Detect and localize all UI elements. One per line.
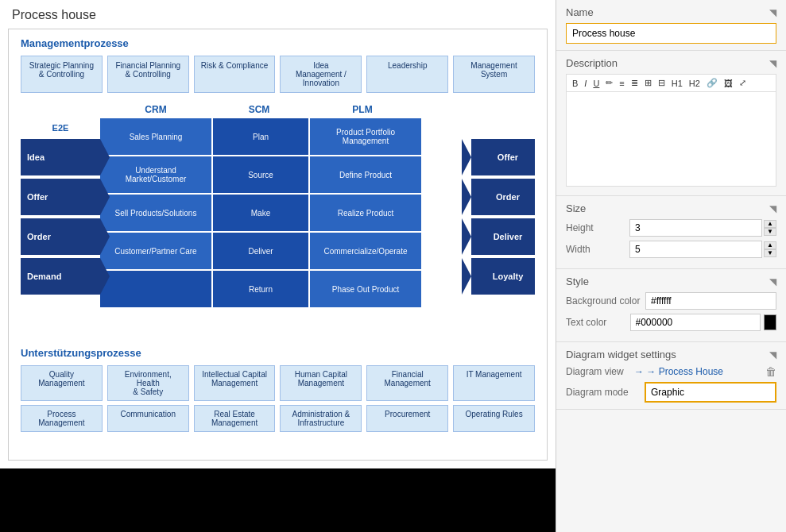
support-human: Human CapitalManagement	[280, 365, 362, 401]
mgmt-box: ManagementSystem	[453, 56, 535, 93]
management-row: Strategic Planning& Controlling Financia…	[21, 56, 535, 93]
text-color-input[interactable]	[630, 314, 761, 331]
plm-portfolio: Product PortfolioManagement	[310, 118, 421, 155]
list-btn[interactable]: ≡	[617, 78, 626, 89]
support-operating: Operating Rules	[453, 405, 535, 432]
size-section-header: Size ◥	[566, 202, 776, 214]
diagram-link[interactable]: → Process House	[634, 366, 723, 377]
bg-color-input[interactable]	[645, 292, 776, 310]
diagram-widget-collapse-icon[interactable]: ◥	[769, 349, 776, 360]
height-spinner: ▲ ▼	[764, 220, 776, 236]
link-btn[interactable]: 🔗	[704, 77, 720, 89]
style-section-title: Style	[566, 276, 589, 287]
left-panel: Process house Managementprozesse Strateg…	[0, 0, 556, 532]
description-toolbar: B I U ✏ ≡ ≣ ⊞ ⊟ H1 H2 🔗 🖼 ⤢	[566, 74, 776, 91]
width-spinner: ▲ ▼	[764, 241, 776, 257]
name-section: Name ◥	[556, 0, 786, 51]
width-input[interactable]	[629, 241, 762, 258]
style-section-header: Style ◥	[566, 276, 776, 287]
support-communication: Communication	[107, 405, 189, 432]
width-up-btn[interactable]: ▲	[764, 241, 776, 249]
trash-icon[interactable]: 🗑	[765, 365, 776, 378]
image-btn[interactable]: 🖼	[722, 78, 735, 89]
mgmt-box: Financial Planning& Controlling	[107, 56, 189, 93]
size-collapse-icon[interactable]: ◥	[769, 203, 776, 214]
size-section: Size ◥ Height ▲ ▼ Width ▲ ▼	[556, 196, 786, 269]
support-financial: FinancialManagement	[366, 365, 448, 401]
process-row-1: Sales Planning Plan Product PortfolioMan…	[100, 118, 471, 155]
process-cols: Sales Planning Plan Product PortfolioMan…	[100, 118, 471, 336]
width-row: Width ▲ ▼	[566, 241, 776, 258]
width-down-btn[interactable]: ▼	[764, 249, 776, 257]
fullscreen-btn[interactable]: ⤢	[737, 77, 749, 89]
plm-phase-out: Phase Out Product	[310, 271, 421, 307]
h1-btn[interactable]: H1	[669, 78, 685, 89]
style-collapse-icon[interactable]: ◥	[769, 276, 776, 287]
diagram-mode-input[interactable]	[645, 382, 776, 403]
crm-sales-planning: Sales Planning	[100, 118, 211, 155]
support-env: Environment, Health& Safety	[107, 365, 189, 401]
mgmt-box: Leadership	[366, 56, 448, 93]
process-row-5: Return Phase Out Product	[100, 271, 471, 307]
process-grid: E2E Idea Offer Order Demand Sales Planni…	[21, 118, 535, 336]
arrow-right-offer: Offer	[471, 139, 535, 175]
right-panel: Name ◥ Description ◥ B I U ✏ ≡ ≣ ⊞ ⊟ H1 …	[556, 0, 786, 532]
arrow-order: Order	[21, 218, 100, 255]
height-input[interactable]	[629, 219, 762, 237]
arrow-demand: Demand	[21, 258, 100, 295]
diagram-mode-label: Diagram mode	[566, 387, 645, 398]
height-up-btn[interactable]: ▲	[764, 220, 776, 228]
size-section-title: Size	[566, 202, 586, 214]
diagram-widget-header: Diagram widget settings ◥	[566, 349, 776, 360]
arrow-right-deliver: Deliver	[471, 218, 535, 255]
arrow-offer: Offer	[21, 179, 100, 215]
italic-btn[interactable]: I	[582, 78, 589, 89]
crm-customer: Customer/Partner Care	[100, 233, 211, 269]
process-row-2: UnderstandMarket/Customer Source Define …	[100, 156, 471, 193]
h2-btn[interactable]: H2	[687, 78, 703, 89]
crm-empty	[100, 271, 211, 307]
plm-define: Define Product	[310, 156, 421, 193]
support-section: Unterstützungsprozesse QualityManagement…	[21, 347, 535, 432]
scm-deliver: Deliver	[213, 233, 308, 269]
support-it: IT Management	[453, 365, 535, 401]
scm-source: Source	[213, 156, 308, 193]
description-section: Description ◥ B I U ✏ ≡ ≣ ⊞ ⊟ H1 H2 🔗 🖼 …	[556, 51, 786, 196]
text-color-row: Text color	[566, 314, 776, 331]
plm-realize: Realize Product	[310, 195, 421, 231]
pen-btn[interactable]: ✏	[603, 77, 615, 89]
arrow-right-order: Order	[471, 179, 535, 215]
indent-btn[interactable]: ⊞	[642, 77, 654, 89]
text-color-swatch[interactable]	[764, 314, 776, 330]
ordered-list-btn[interactable]: ≣	[629, 77, 641, 89]
support-procurement: Procurement	[366, 405, 448, 432]
underline-btn[interactable]: U	[590, 78, 602, 89]
description-textarea[interactable]	[566, 91, 776, 187]
crm-understand: UnderstandMarket/Customer	[100, 156, 211, 193]
support-admin: Administration &Infrastructure	[280, 405, 362, 432]
support-row-1: QualityManagement Environment, Health& S…	[21, 365, 535, 401]
diagram-view-label: Diagram view	[566, 366, 629, 377]
bold-btn[interactable]: B	[570, 78, 580, 89]
support-intellectual: Intellectual CapitalManagement	[194, 365, 276, 401]
outdent-btn[interactable]: ⊟	[656, 77, 668, 89]
name-collapse-icon[interactable]: ◥	[769, 7, 776, 18]
scm-header: SCM	[211, 104, 307, 115]
name-section-title: Name	[566, 6, 594, 18]
height-down-btn[interactable]: ▼	[764, 228, 776, 236]
plm-header: PLM	[307, 104, 418, 115]
bg-color-label: Background color	[566, 295, 645, 306]
description-section-header: Description ◥	[566, 57, 776, 69]
diagram-view-row: Diagram view → Process House 🗑	[566, 365, 776, 378]
e2e-col: E2E Idea Offer Order Demand	[21, 118, 100, 336]
support-title: Unterstützungsprozesse	[21, 347, 535, 359]
description-collapse-icon[interactable]: ◥	[769, 58, 776, 69]
scm-make: Make	[213, 195, 308, 231]
right-arrows-col: Offer Order Deliver Loyalty	[471, 118, 535, 336]
crm-sell: Sell Products/Solutions	[100, 195, 211, 231]
height-row: Height ▲ ▼	[566, 219, 776, 237]
name-input[interactable]	[566, 23, 776, 44]
scm-return: Return	[213, 271, 308, 307]
plm-commercialize: Commercialize/Operate	[310, 233, 421, 269]
bg-color-row: Background color	[566, 292, 776, 310]
